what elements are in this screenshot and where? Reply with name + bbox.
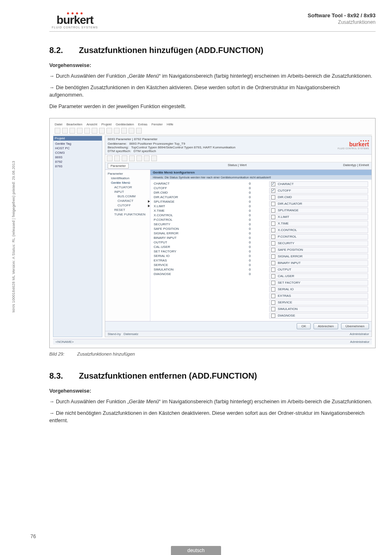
checkbox-icon[interactable] (271, 274, 275, 278)
function-checkbox-row[interactable]: X.TIME (269, 221, 368, 227)
parameter-tab[interactable]: Parameter (108, 163, 129, 169)
nav-item[interactable]: COM3 (54, 150, 101, 155)
checkbox-icon[interactable] (271, 254, 275, 259)
toolbar-btn[interactable] (106, 128, 112, 134)
function-checkbox-row[interactable]: X.LIMIT (269, 214, 368, 220)
function-checkbox-row[interactable]: BINARY INPUT (269, 260, 368, 266)
apply-button[interactable]: Übernehmen (341, 323, 369, 329)
menu-item[interactable]: Fenster (152, 123, 163, 126)
toolbar-btn[interactable] (107, 155, 113, 161)
toolbar-btn[interactable] (122, 155, 127, 161)
nav-item[interactable]: HOST PC (54, 146, 101, 150)
toolbar-btn[interactable] (129, 155, 135, 161)
menu-item[interactable]: Datei (55, 123, 62, 126)
tree-item[interactable]: RESET (108, 208, 148, 212)
function-checkbox-row[interactable]: P.CONTROL (269, 234, 368, 240)
nav-item[interactable]: 8793 (54, 164, 101, 169)
inner-toolbar (105, 155, 371, 162)
checkbox-icon[interactable] (271, 235, 275, 239)
app-menubar[interactable]: Datei Bearbeiten Ansicht Projekt Geräted… (53, 122, 372, 127)
work-tabs[interactable]: 8693 Parameter | 8792 Parameter (108, 137, 235, 141)
checkbox-icon[interactable] (271, 281, 275, 285)
function-checkbox-row[interactable]: SET FACTORY (269, 280, 368, 286)
nav-item[interactable]: Geräte Tag (54, 141, 101, 146)
checkbox-icon[interactable] (271, 287, 275, 291)
toolbar-btn[interactable] (129, 128, 134, 134)
tree-item[interactable]: Geräte Menü (108, 180, 148, 185)
function-checkbox-row[interactable]: SIMULATION (269, 306, 368, 312)
tree-item[interactable]: INPUT (108, 190, 148, 194)
checkbox-icon[interactable] (271, 241, 275, 245)
toolbar-btn[interactable] (144, 155, 150, 161)
section-8-2-num: 8.2. (49, 46, 67, 55)
checkbox-icon[interactable] (271, 307, 275, 311)
function-checkbox-row[interactable]: SERVICE (269, 300, 368, 305)
function-checkbox-row[interactable]: SPLITRANGE (269, 208, 368, 213)
nav-item[interactable]: 8693 (54, 155, 101, 160)
checkbox-icon[interactable] (271, 261, 275, 265)
checkbox-icon[interactable] (271, 314, 275, 318)
menu-item[interactable]: Extras (138, 123, 148, 126)
function-checkbox-row[interactable]: CUTOFF (269, 188, 368, 194)
menu-item[interactable]: Hilfe (167, 123, 173, 126)
function-checkbox-row[interactable]: DIR.ACTUATOR (269, 201, 368, 207)
function-checkbox-row[interactable]: EXTRAS (269, 293, 368, 299)
tree-item[interactable]: Identifikation (108, 176, 148, 180)
toolbar-btn[interactable] (114, 128, 120, 134)
function-checkbox-row[interactable]: SIGNAL ERROR (269, 254, 368, 259)
toolbar-btn[interactable] (84, 128, 90, 134)
function-checkbox-row[interactable]: OUTPUT (269, 267, 368, 273)
checkbox-icon[interactable] (271, 182, 275, 186)
nav-tree[interactable]: Projekt Geräte Tag HOST PC COM3 8693 879… (53, 136, 102, 337)
checkbox-icon[interactable] (271, 301, 275, 305)
toolbar-btn[interactable] (69, 128, 75, 134)
menu-item[interactable]: Ansicht (86, 123, 97, 126)
nav-item[interactable]: 8792 (54, 160, 101, 164)
dialog-button-row: OK Abbrechen Übernehmen (105, 321, 371, 331)
function-checkbox-row[interactable]: SERIAL IO (269, 287, 368, 292)
toolbar-btn[interactable] (136, 128, 142, 134)
tree-item[interactable]: ACTUATOR (108, 185, 148, 190)
checkbox-icon[interactable] (271, 248, 275, 252)
toolbar-btn[interactable] (62, 128, 68, 134)
checkbox-icon[interactable] (271, 195, 275, 199)
menu-item[interactable]: Bearbeiten (67, 123, 83, 126)
device-menu-title: Geräte Menü konfigurieren (150, 170, 371, 175)
toolbar-btn[interactable] (77, 128, 83, 134)
checkbox-icon[interactable] (271, 268, 275, 272)
checkbox-icon[interactable] (271, 294, 275, 298)
toolbar-btn[interactable] (121, 128, 127, 134)
toolbar-btn[interactable] (55, 128, 60, 134)
function-checkbox-row[interactable]: DIR.CMD (269, 194, 368, 200)
param-tree[interactable]: ParameterIdentifikationGeräte MenüACTUAT… (105, 170, 150, 321)
checkbox-icon[interactable] (271, 189, 275, 193)
function-checkbox-row[interactable]: DIAGNOSE (269, 313, 368, 319)
toolbar-btn[interactable] (99, 128, 105, 134)
checkbox-icon[interactable] (271, 208, 275, 213)
tree-item[interactable]: Parameter (108, 171, 148, 176)
tree-item[interactable]: CHARACT (108, 199, 148, 203)
function-value-row: SET FACTORY0 (154, 249, 253, 254)
checkbox-icon[interactable] (271, 222, 275, 226)
tree-item[interactable]: TUNE FUNKTIONEN (108, 212, 148, 217)
checkbox-icon[interactable] (271, 228, 275, 232)
checkbox-icon[interactable] (271, 215, 275, 219)
toolbar-row-1 (53, 127, 372, 135)
toolbar-btn[interactable] (92, 128, 97, 134)
ok-button[interactable]: OK (297, 323, 311, 329)
side-metadata-text: MAN 1000184628 ML Version: A Status: RL … (12, 161, 16, 312)
function-checkbox-row[interactable]: CHARACT (269, 181, 368, 187)
function-checkbox-row[interactable]: X.CONTROL (269, 227, 368, 233)
cancel-button[interactable]: Abbrechen (314, 323, 339, 329)
tree-item[interactable]: CUTOFF (108, 203, 148, 208)
menu-item[interactable]: Gerätedaten (116, 123, 134, 126)
toolbar-btn[interactable] (136, 155, 142, 161)
function-checkbox-row[interactable]: SAFE POSITION (269, 247, 368, 253)
toolbar-btn[interactable] (114, 155, 120, 161)
function-checkbox-row[interactable]: CAL.USER (269, 273, 368, 279)
menu-item[interactable]: Projekt (101, 123, 112, 126)
tree-item[interactable]: BUS.COMM (108, 194, 148, 199)
function-checkbox-row[interactable]: SECURITY (269, 240, 368, 246)
checkbox-icon[interactable] (271, 202, 275, 206)
toolbar-btn[interactable] (151, 155, 157, 161)
